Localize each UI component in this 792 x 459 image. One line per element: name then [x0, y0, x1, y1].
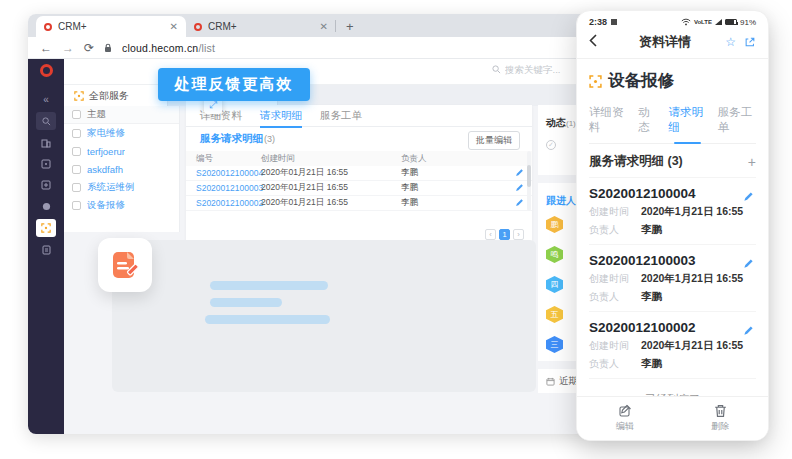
request-id-link[interactable]: S2020012100003	[196, 183, 263, 193]
search-icon[interactable]	[36, 112, 56, 130]
owner: 李鹏	[401, 167, 506, 179]
request-card[interactable]: S2020012100002 创建时间2020年1月21日 16:55 负责人李…	[589, 312, 756, 379]
subject-link[interactable]: 设备报修	[87, 199, 125, 212]
view-tab-all-services[interactable]: 全部服务	[64, 85, 168, 106]
column-created: 创建时间	[261, 153, 401, 165]
owner-value: 李鹏	[641, 223, 662, 237]
edit-icon	[618, 404, 632, 418]
scrollbar-thumb[interactable]	[527, 165, 531, 187]
page-number[interactable]: 1	[499, 229, 510, 240]
lock-icon	[104, 43, 112, 53]
request-card[interactable]: S2020012100003 创建时间2020年1月21日 16:55 负责人李…	[589, 245, 756, 312]
created-label: 创建时间	[589, 339, 641, 353]
help-icon[interactable]	[36, 198, 56, 214]
owner-value: 李鹏	[641, 290, 662, 304]
owner-value: 李鹏	[641, 357, 662, 371]
browser-tab-1[interactable]: CRM+ ✕	[36, 16, 186, 37]
subject-link[interactable]: 系统运维例	[87, 181, 135, 194]
column-id: 编号	[186, 153, 261, 165]
tab-service-order[interactable]: 服务工单	[718, 105, 756, 135]
created-value: 2020年1月21日 16:55	[641, 272, 743, 286]
tab-detail-info[interactable]: 详细资料	[589, 105, 627, 135]
phone-section-header: 服务请求明细 (3) +	[589, 144, 756, 178]
phone-nav-bar: 资料详情 ☆	[577, 29, 768, 59]
request-id: S2020012100004	[589, 186, 756, 201]
edit-pencil-icon[interactable]	[743, 322, 754, 340]
detail-panel: 详细资料 请求明细 服务工单 服务请求明细 (3) 批量编辑 编号 创建时间 负…	[186, 105, 532, 245]
row-checkbox[interactable]	[72, 129, 81, 138]
table-row[interactable]: S2020012100002 2020年01月21日 16:55 李鹏	[186, 196, 532, 211]
request-id-link[interactable]: S2020012100002	[196, 198, 263, 208]
module-icon	[589, 75, 602, 88]
tab-dynamics[interactable]: 动态	[638, 105, 657, 135]
column-subject: 主题	[87, 108, 106, 121]
back-chevron-icon[interactable]	[589, 33, 605, 51]
list-item[interactable]: 家电维修	[64, 124, 179, 142]
delete-button[interactable]: 删除	[673, 397, 769, 440]
collapse-icon[interactable]: «	[36, 91, 56, 107]
active-module-icon[interactable]	[36, 219, 56, 237]
avatar[interactable]: 三	[546, 336, 563, 353]
row-checkbox[interactable]	[72, 165, 81, 174]
batch-edit-button[interactable]: 批量编辑	[468, 131, 520, 150]
list-item[interactable]: 设备报修	[64, 196, 179, 214]
reload-icon[interactable]: ⟳	[84, 42, 94, 54]
subject-link[interactable]: askdfafh	[87, 164, 123, 175]
list-item[interactable]: 系统运维例	[64, 178, 179, 196]
row-checkbox[interactable]	[72, 147, 81, 156]
owner: 李鹏	[401, 182, 506, 194]
section-count: (3)	[264, 134, 275, 144]
owner-label: 负责人	[589, 223, 641, 237]
edit-pencil-icon[interactable]	[743, 255, 754, 273]
tab-request-detail[interactable]: 请求明细	[260, 109, 302, 123]
url-text[interactable]: cloud.hecom.cn/list	[122, 42, 215, 54]
tab-request-detail[interactable]: 请求明细	[668, 105, 706, 135]
avatar[interactable]: 鹏	[546, 216, 563, 233]
subject-list-panel: 主题 家电维修 terfjoerur askdfafh 系统运维例 设备报修	[64, 106, 180, 232]
dynamics-title: 动态	[546, 117, 566, 128]
section-title: 服务请求明细	[200, 132, 263, 146]
list-item[interactable]: askdfafh	[64, 160, 179, 178]
phone-bottom-toolbar: 编辑 删除	[577, 396, 768, 440]
edit-button[interactable]: 编辑	[577, 397, 673, 440]
share-icon[interactable]	[744, 36, 756, 48]
table-row[interactable]: S2020012100003 2020年01月21日 16:55 李鹏	[186, 181, 532, 196]
back-icon[interactable]: ←	[40, 42, 52, 54]
browser-tab-2[interactable]: CRM+ ✕	[186, 16, 336, 37]
search-input[interactable]	[505, 64, 583, 75]
edit-pencil-icon[interactable]	[743, 188, 754, 206]
subject-link[interactable]: terfjoerur	[87, 146, 125, 157]
next-page-icon[interactable]: ›	[513, 229, 524, 240]
list-item[interactable]: terfjoerur	[64, 142, 179, 160]
tab-close-icon[interactable]: ✕	[320, 22, 328, 32]
select-all-checkbox[interactable]	[72, 110, 81, 119]
prev-page-icon[interactable]: ‹	[485, 229, 496, 240]
table-row[interactable]: S2020012100004 2020年01月21日 16:55 李鹏	[186, 166, 532, 181]
avatar[interactable]: 五	[546, 306, 563, 323]
forward-icon[interactable]: →	[62, 42, 74, 54]
global-search[interactable]	[492, 64, 583, 75]
record-title-row: 设备报修	[589, 70, 756, 92]
report-icon[interactable]	[36, 242, 56, 258]
tab-service-order[interactable]: 服务工单	[320, 109, 362, 123]
url-path: /list	[198, 42, 215, 54]
owner-label: 负责人	[589, 357, 641, 371]
org-icon[interactable]	[36, 135, 56, 151]
battery-percent: 91%	[740, 18, 756, 27]
avatar[interactable]: 鸣	[546, 246, 563, 263]
view-tab-label: 全部服务	[89, 89, 129, 103]
add-icon[interactable]: +	[748, 155, 756, 169]
tab-close-icon[interactable]: ✕	[170, 22, 178, 32]
new-tab-button[interactable]: +	[346, 20, 354, 33]
module-grid-icon-2[interactable]	[36, 177, 56, 193]
request-card[interactable]: S2020012100004 创建时间2020年1月21日 16:55 负责人李…	[589, 178, 756, 245]
request-id-link[interactable]: S2020012100004	[196, 168, 263, 178]
table-scrollbar[interactable]	[527, 151, 531, 211]
row-checkbox[interactable]	[72, 201, 81, 210]
avatar[interactable]: 四	[546, 276, 563, 293]
skeleton-bar	[205, 315, 330, 324]
star-icon[interactable]: ☆	[725, 35, 736, 49]
subject-link[interactable]: 家电维修	[87, 127, 125, 140]
row-checkbox[interactable]	[72, 183, 81, 192]
module-grid-icon[interactable]	[36, 156, 56, 172]
